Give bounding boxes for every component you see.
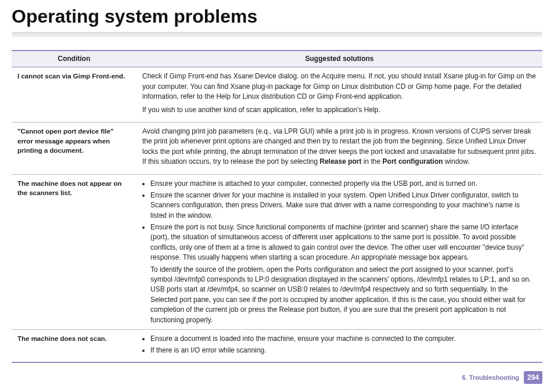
- solution-text: Check if Gimp Front-end has Xsane:Device…: [142, 71, 537, 102]
- solution-text: Avoid changing print job parameters (e.q…: [142, 127, 537, 167]
- solution-cell: Ensure a document is loaded into the mac…: [136, 329, 542, 362]
- troubleshoot-table: Condition Suggested solutions I cannot s…: [12, 50, 542, 363]
- table-row: The machine does not scan. Ensure a docu…: [12, 329, 542, 362]
- table-row: The machine does not appear on the scann…: [12, 174, 542, 329]
- condition-cell: The machine does not scan.: [12, 329, 136, 362]
- solution-bullet: Ensure a document is loaded into the mac…: [150, 334, 537, 344]
- solution-bullet: Ensure your machine is attached to your …: [150, 179, 537, 189]
- page-footer: 6. Troubleshooting 294: [462, 371, 542, 384]
- page-title: Operating system problems: [12, 6, 542, 27]
- solution-cell: Ensure your machine is attached to your …: [136, 174, 542, 329]
- solution-text: To identify the source of the problem, o…: [142, 265, 537, 325]
- table-row: I cannot scan via Gimp Front-end. Check …: [12, 67, 542, 123]
- title-divider: [12, 32, 542, 35]
- header-condition: Condition: [12, 51, 136, 67]
- condition-cell: The machine does not appear on the scann…: [12, 174, 136, 329]
- table-row: "Cannot open port device file" error mes…: [12, 122, 542, 174]
- solution-text: If you wish to use another kind of scan …: [142, 105, 537, 115]
- condition-cell: I cannot scan via Gimp Front-end.: [12, 67, 136, 123]
- chapter-label: 6. Troubleshooting: [462, 374, 519, 381]
- header-solutions: Suggested solutions: [136, 51, 542, 67]
- solution-cell: Check if Gimp Front-end has Xsane:Device…: [136, 67, 542, 123]
- solution-bullet: If there is an I/O error while scanning.: [150, 346, 537, 355]
- page-number: 294: [524, 371, 542, 384]
- solution-cell: Avoid changing print job parameters (e.q…: [136, 122, 542, 174]
- condition-cell: "Cannot open port device file" error mes…: [12, 122, 136, 174]
- solution-bullet: Ensure the scanner driver for your machi…: [150, 190, 537, 221]
- solution-bullet: Ensure the port is not busy. Since funct…: [150, 222, 537, 263]
